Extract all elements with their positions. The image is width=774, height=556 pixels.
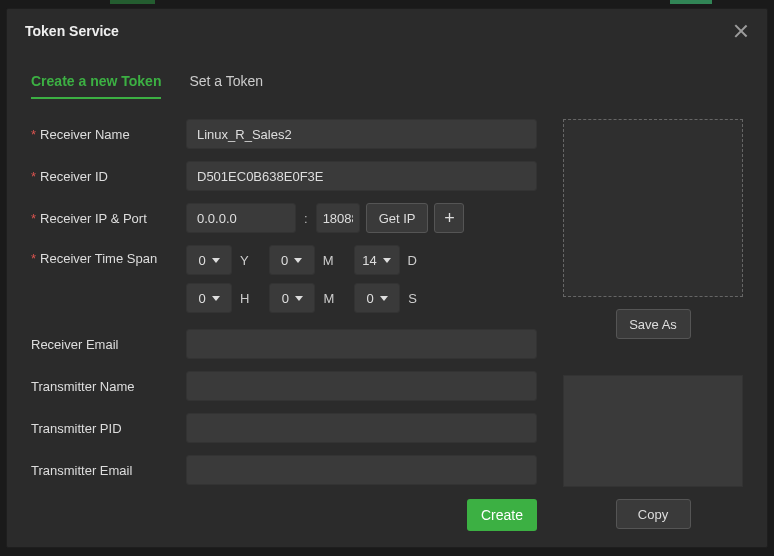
timespan-year-label: Y [240, 253, 249, 268]
timespan-year-select[interactable]: 0 [186, 245, 232, 275]
timespan-day-label: D [408, 253, 417, 268]
dialog-title: Token Service [25, 23, 119, 39]
transmitter-pid-input[interactable] [186, 413, 537, 443]
label-transmitter-pid: Transmitter PID [31, 421, 186, 436]
receiver-id-input[interactable] [186, 161, 537, 191]
token-output-box[interactable] [563, 375, 743, 487]
add-ip-button[interactable]: + [434, 203, 464, 233]
label-receiver-email: Receiver Email [31, 337, 186, 352]
tab-create-token[interactable]: Create a new Token [31, 73, 161, 99]
label-transmitter-name: Transmitter Name [31, 379, 186, 394]
timespan-second-label: S [408, 291, 417, 306]
timespan-month-select[interactable]: 0 [269, 245, 315, 275]
form-column: *Receiver Name *Receiver ID *Receiver IP… [31, 119, 537, 531]
receiver-email-input[interactable] [186, 329, 537, 359]
save-as-button[interactable]: Save As [616, 309, 691, 339]
label-receiver-ip-port: *Receiver IP & Port [31, 211, 186, 226]
tab-bar: Create a new Token Set a Token [7, 53, 767, 99]
transmitter-name-input[interactable] [186, 371, 537, 401]
receiver-name-input[interactable] [186, 119, 537, 149]
timespan-hour-select[interactable]: 0 [186, 283, 232, 313]
tab-set-token[interactable]: Set a Token [189, 73, 263, 99]
chevron-down-icon [212, 296, 220, 301]
dialog-titlebar: Token Service [7, 9, 767, 53]
timespan-day-select[interactable]: 14 [354, 245, 400, 275]
create-button[interactable]: Create [467, 499, 537, 531]
chevron-down-icon [294, 258, 302, 263]
label-transmitter-email: Transmitter Email [31, 463, 186, 478]
timespan-second-select[interactable]: 0 [354, 283, 400, 313]
receiver-ip-input[interactable] [186, 203, 296, 233]
chevron-down-icon [295, 296, 303, 301]
timespan-hour-label: H [240, 291, 249, 306]
timespan-minute-label: M [323, 291, 334, 306]
token-preview-dropzone[interactable] [563, 119, 743, 297]
chevron-down-icon [212, 258, 220, 263]
timespan-month-label: M [323, 253, 334, 268]
token-service-dialog: Token Service Create a new Token Set a T… [6, 8, 768, 548]
transmitter-email-input[interactable] [186, 455, 537, 485]
plus-icon: + [444, 209, 455, 227]
receiver-port-input[interactable] [316, 203, 360, 233]
label-receiver-id: *Receiver ID [31, 169, 186, 184]
timespan-minute-select[interactable]: 0 [269, 283, 315, 313]
chevron-down-icon [383, 258, 391, 263]
copy-button[interactable]: Copy [616, 499, 691, 529]
label-receiver-timespan: *Receiver Time Span [31, 245, 186, 266]
close-icon[interactable] [733, 23, 749, 39]
chevron-down-icon [380, 296, 388, 301]
get-ip-button[interactable]: Get IP [366, 203, 429, 233]
ip-port-colon: : [302, 211, 310, 226]
side-column: Save As Copy [563, 119, 743, 531]
label-receiver-name: *Receiver Name [31, 127, 186, 142]
